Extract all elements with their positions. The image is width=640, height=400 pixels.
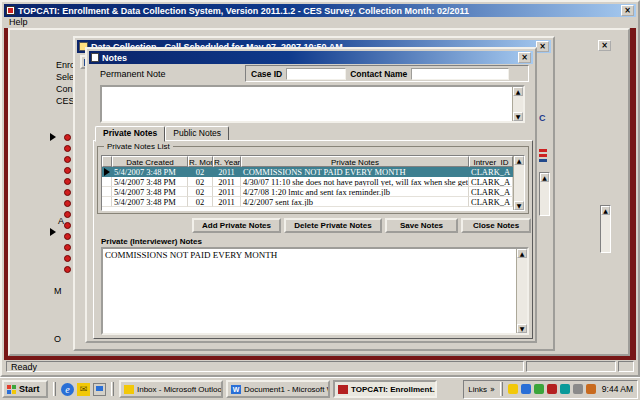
add-private-notes-button[interactable]: Add Private Notes: [192, 218, 281, 233]
contact-name-field[interactable]: [411, 68, 509, 80]
topcati-icon: [338, 385, 348, 394]
task-label: TOPCATI: Enrollment...: [351, 385, 437, 394]
record-dot-column: [64, 134, 71, 277]
header-private-notes[interactable]: Private Notes: [241, 156, 469, 167]
header-date-created[interactable]: Date Created: [112, 156, 188, 167]
permanent-note-scrollbar[interactable]: ▲ ▼: [512, 87, 523, 121]
main-titlebar[interactable]: TOPCATI: Enrollment & Data Collection Sy…: [4, 4, 636, 17]
record-dot: [64, 233, 71, 240]
interviewer-notes-label: Private (Interviewer) Notes: [101, 237, 202, 246]
notes-window: Notes × Permanent Note Case ID Contact N…: [85, 47, 537, 343]
close-icon[interactable]: ×: [518, 52, 531, 63]
tray-icon-3[interactable]: [534, 384, 544, 394]
interviewer-notes-textarea[interactable]: COMMISSIONS NOT PAID EVERY MONTH ▲ ▼: [101, 247, 529, 335]
internet-explorer-icon[interactable]: e: [61, 383, 74, 396]
cell-note: 4/30/07 11:10 she does not have payroll …: [241, 177, 469, 187]
notes-titlebar[interactable]: Notes ×: [89, 51, 533, 64]
scroll-up-icon[interactable]: ▲: [514, 156, 524, 165]
table-row[interactable]: 5/4/2007 3:48 PM 02 2011 4/30/07 11:10 s…: [102, 177, 524, 187]
header-indicator: [102, 156, 112, 167]
permanent-note-textarea[interactable]: ▲ ▼: [100, 85, 525, 123]
cell-r-mon: 02: [188, 167, 213, 177]
cell-date-created: 5/4/2007 3:48 PM: [112, 167, 188, 177]
cell-r-year: 2011: [213, 167, 241, 177]
tray-icon-1[interactable]: [508, 384, 518, 394]
row-indicator: [102, 197, 112, 207]
cell-interviewer: CLARK_A: [469, 197, 513, 207]
task-label: Document1 - Microsoft W...: [244, 385, 330, 394]
scroll-up-icon[interactable]: ▲: [601, 206, 610, 215]
outlook-icon: [124, 385, 134, 394]
record-dot: [64, 255, 71, 262]
scroll-up-icon[interactable]: ▲: [540, 173, 549, 182]
case-id-field[interactable]: [286, 68, 346, 80]
status-text: Ready: [6, 361, 524, 372]
cell-date-created: 5/4/2007 3:48 PM: [112, 177, 188, 187]
interviewer-notes-scrollbar[interactable]: ▲ ▼: [516, 249, 527, 333]
tray-icon-4[interactable]: [547, 384, 557, 394]
cell-interviewer: CLARK_A: [469, 187, 513, 197]
notes-title: Notes: [102, 53, 127, 63]
row-indicator: [102, 177, 112, 187]
menu-item-help[interactable]: Help: [9, 17, 28, 27]
tray-icon-6[interactable]: [573, 384, 583, 394]
tray-icon-5[interactable]: [560, 384, 570, 394]
toolbar-grip[interactable]: [53, 382, 56, 396]
links-toolbar-label[interactable]: Links: [468, 385, 487, 394]
toolbar-grip[interactable]: [500, 382, 503, 396]
fragment-label: C: [539, 113, 555, 123]
cell-note: COMMISSIONS NOT PAID EVERY MONTH: [241, 167, 469, 177]
private-notes-group: Private Notes List Date Created R. Mon R…: [97, 146, 529, 214]
scrollbar-fragment[interactable]: ▲: [600, 205, 611, 253]
word-icon: W: [231, 385, 241, 394]
tab-private-notes[interactable]: Private Notes: [95, 126, 165, 142]
tray-icon-2[interactable]: [521, 384, 531, 394]
record-dot: [64, 145, 71, 152]
bg-label: CES: [56, 96, 75, 106]
record-dot: [64, 222, 71, 229]
close-icon[interactable]: ×: [536, 41, 549, 52]
record-dot: [64, 266, 71, 273]
close-icon[interactable]: ×: [598, 40, 611, 51]
table-row[interactable]: 5/4/2007 3:48 PM 02 2011 COMMISSIONS NOT…: [102, 167, 524, 177]
taskbar-task-outlook[interactable]: Inbox - Microsoft Outlook: [119, 380, 223, 398]
start-button[interactable]: Start: [2, 380, 48, 398]
taskbar-task-topcati[interactable]: TOPCATI: Enrollment...: [333, 380, 437, 398]
grid-scrollbar[interactable]: ▲ ▼: [513, 156, 524, 210]
toolbar-grip[interactable]: [111, 382, 114, 396]
save-notes-button[interactable]: Save Notes: [385, 218, 458, 233]
close-icon[interactable]: ×: [621, 5, 634, 16]
bg-label: O: [54, 334, 61, 344]
task-label: Inbox - Microsoft Outlook: [137, 385, 223, 394]
cell-date-created: 5/4/2007 3:48 PM: [112, 197, 188, 207]
tray-icon-7[interactable]: [586, 384, 596, 394]
table-row[interactable]: 5/4/2007 3:48 PM 02 2011 4/2/2007 sent f…: [102, 197, 524, 207]
scroll-down-icon[interactable]: ▼: [517, 324, 527, 333]
fragment-mark: [539, 154, 547, 157]
header-intrver-id[interactable]: Intrver_ID: [469, 156, 513, 167]
contact-name-label: Contact Name: [350, 69, 407, 79]
header-r-year[interactable]: R. Year: [213, 156, 241, 167]
scrollbar-fragment[interactable]: ▲: [539, 172, 550, 216]
cell-note: 4/2/2007 sent fax.jlb: [241, 197, 469, 207]
delete-private-notes-button[interactable]: Delete Private Notes: [284, 218, 382, 233]
app-icon: [6, 6, 15, 15]
chevron-icon[interactable]: »: [490, 385, 495, 394]
record-dot: [64, 189, 71, 196]
scroll-down-icon[interactable]: ▼: [513, 112, 523, 121]
header-r-mon[interactable]: R. Mon: [188, 156, 213, 167]
record-arrow-icon: [50, 133, 56, 141]
scroll-up-icon[interactable]: ▲: [517, 249, 527, 258]
taskbar-task-word[interactable]: W Document1 - Microsoft W...: [226, 380, 330, 398]
outlook-quicklaunch-icon[interactable]: ✉: [77, 383, 90, 396]
close-notes-button[interactable]: Close Notes: [461, 218, 531, 233]
cell-interviewer: CLARK_A: [469, 177, 513, 187]
table-row[interactable]: 5/4/2007 3:48 PM 02 2011 4/27/08 1:20 lm…: [102, 187, 524, 197]
scroll-up-icon[interactable]: ▲: [513, 87, 523, 96]
record-dot: [64, 178, 71, 185]
show-desktop-icon[interactable]: [93, 383, 106, 396]
record-dot: [64, 167, 71, 174]
case-id-label: Case ID: [251, 69, 282, 79]
bg-label: Con: [56, 84, 73, 94]
scroll-down-icon[interactable]: ▼: [514, 201, 524, 210]
